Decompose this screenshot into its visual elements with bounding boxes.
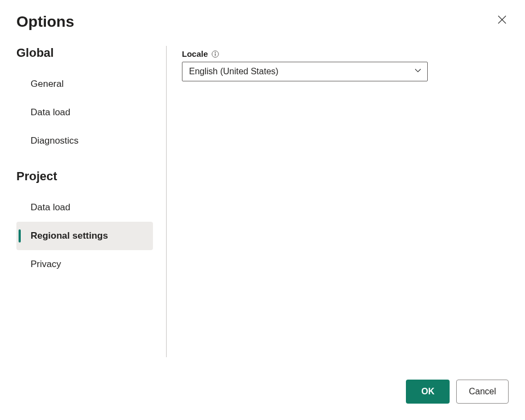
nav-item-regional-settings[interactable]: Regional settings [16, 222, 153, 250]
close-icon [498, 15, 506, 24]
nav-item-diagnostics[interactable]: Diagnostics [16, 127, 153, 155]
cancel-button[interactable]: Cancel [456, 380, 509, 404]
svg-point-3 [215, 52, 216, 53]
nav-item-label: General [31, 79, 63, 89]
info-icon[interactable] [211, 50, 220, 58]
dialog-header: Options [16, 13, 509, 31]
content-pane: Locale English (United States) [167, 46, 509, 369]
nav-item-label: Regional settings [31, 230, 108, 241]
ok-button[interactable]: OK [406, 380, 450, 404]
locale-label-row: Locale [182, 49, 509, 58]
locale-dropdown-value: English (United States) [189, 67, 279, 76]
close-button[interactable] [495, 13, 509, 26]
section-header-project: Project [16, 169, 153, 184]
nav-item-label: Diagnostics [31, 135, 79, 146]
dialog-footer: OK Cancel [16, 380, 509, 404]
section-header-global: Global [16, 46, 153, 60]
dialog-title: Options [16, 13, 74, 31]
nav-item-data-load-project[interactable]: Data load [16, 193, 153, 222]
cancel-button-label: Cancel [469, 387, 496, 397]
chevron-down-icon [414, 67, 422, 76]
nav-list-project: Data load Regional settings Privacy [16, 193, 153, 279]
nav-item-label: Privacy [31, 259, 61, 269]
nav-item-privacy[interactable]: Privacy [16, 250, 153, 279]
nav-item-general[interactable]: General [16, 70, 153, 98]
nav-item-label: Data load [31, 107, 70, 117]
ok-button-label: OK [421, 387, 434, 397]
sidebar: Global General Data load Diagnostics Pro… [16, 46, 167, 357]
options-dialog: Options Global General Data load Diagnos… [0, 0, 525, 420]
nav-item-data-load-global[interactable]: Data load [16, 98, 153, 127]
svg-rect-4 [215, 53, 215, 56]
dialog-body: Global General Data load Diagnostics Pro… [16, 46, 509, 369]
locale-dropdown[interactable]: English (United States) [182, 62, 428, 81]
nav-list-global: General Data load Diagnostics [16, 70, 153, 155]
nav-item-label: Data load [31, 202, 70, 212]
locale-label: Locale [182, 49, 208, 58]
